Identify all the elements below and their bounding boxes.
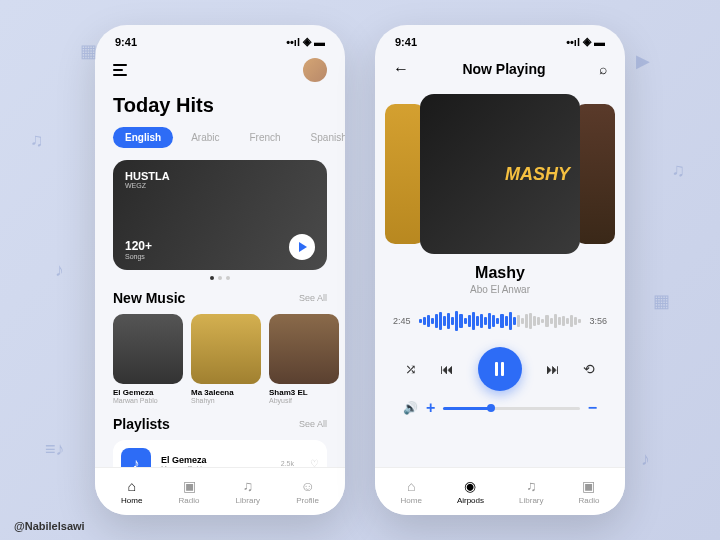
credit: @Nabilelsawi (14, 520, 85, 532)
playlist-card[interactable]: ♪ El Gemeza Marwan Pablo 2.5k ♡ (113, 440, 327, 467)
pause-button[interactable] (478, 347, 522, 391)
album-text: MASHY (505, 164, 570, 185)
tabbar: ⌂Home ▣Radio ♫Library ☺Profile (95, 467, 345, 515)
search-icon[interactable]: ⌕ (599, 61, 607, 77)
plus-icon[interactable]: + (426, 399, 435, 417)
status-bar: 9:41 ••ıl ◈ ▬ (95, 25, 345, 52)
library-icon: ♫ (526, 478, 537, 494)
tab-home[interactable]: ⌂Home (121, 478, 142, 505)
profile-icon: ☺ (300, 478, 314, 494)
next-icon[interactable]: ⏭ (546, 361, 560, 377)
music-card[interactable]: El Gemeza Marwan Pablo (113, 314, 183, 404)
tab-radio[interactable]: ▣Radio (179, 478, 200, 505)
tab-spanish[interactable]: Spanish (299, 127, 345, 148)
new-music-title: New Music (113, 290, 185, 306)
tab-english[interactable]: English (113, 127, 173, 148)
hero-count-label: Songs (125, 253, 152, 260)
back-icon[interactable]: ← (393, 60, 409, 78)
battery-icon: ▬ (314, 36, 325, 48)
tab-home[interactable]: ⌂Home (401, 478, 422, 505)
airpods-icon: ◉ (464, 478, 476, 494)
page-title: Today Hits (113, 94, 327, 117)
album-art[interactable]: MASHY (420, 94, 580, 254)
radio-icon: ▣ (582, 478, 595, 494)
phone-home: 9:41 ••ıl ◈ ▬ Today Hits English Arabic … (95, 25, 345, 515)
song-artist: Abo El Anwar (393, 284, 607, 295)
waveform[interactable] (419, 309, 582, 333)
volume-slider[interactable] (443, 407, 579, 410)
status-icons: ••ıl ◈ ▬ (286, 35, 325, 48)
menu-icon[interactable] (113, 64, 131, 76)
library-icon: ♫ (243, 478, 254, 494)
repeat-icon[interactable]: ⟲ (583, 361, 595, 377)
avatar[interactable] (303, 58, 327, 82)
tabbar: ⌂Home ◉Airpods ♫Library ▣Radio (375, 467, 625, 515)
wifi-icon: ◈ (583, 35, 591, 48)
hero-title: HUSTLA (125, 170, 170, 182)
music-card[interactable]: Ma 3aleena Shahyn (191, 314, 261, 404)
prev-album-art[interactable] (385, 104, 425, 244)
hero-card[interactable]: HUSTLA WEGZ 120+ Songs (113, 160, 327, 270)
phone-player: 9:41 ••ıl ◈ ▬ ← Now Playing ⌕ MASHY Mash… (375, 25, 625, 515)
tab-radio[interactable]: ▣Radio (579, 478, 600, 505)
hero-count: 120+ (125, 239, 152, 253)
radio-icon: ▣ (183, 478, 196, 494)
volume-icon[interactable]: 🔊 (403, 401, 418, 415)
tab-airpods[interactable]: ◉Airpods (457, 478, 484, 505)
hero-artist: WEGZ (125, 182, 170, 189)
shuffle-icon[interactable]: ⤮ (405, 361, 417, 377)
signal-icon: ••ıl (566, 36, 580, 48)
status-icons: ••ıl ◈ ▬ (566, 35, 605, 48)
play-icon[interactable] (289, 234, 315, 260)
status-bar: 9:41 ••ıl ◈ ▬ (375, 25, 625, 52)
status-time: 9:41 (395, 36, 417, 48)
now-playing-title: Now Playing (462, 61, 545, 77)
music-card[interactable]: Sham3 EL Abyusif (269, 314, 339, 404)
see-all-link[interactable]: See All (299, 419, 327, 429)
tab-arabic[interactable]: Arabic (179, 127, 231, 148)
heart-icon[interactable]: ♡ (310, 458, 319, 468)
music-note-icon: ♪ (121, 448, 151, 467)
wifi-icon: ◈ (303, 35, 311, 48)
minus-icon[interactable]: − (588, 399, 597, 417)
tab-french[interactable]: French (237, 127, 292, 148)
playlists-title: Playlists (113, 416, 170, 432)
status-time: 9:41 (115, 36, 137, 48)
see-all-link[interactable]: See All (299, 293, 327, 303)
home-icon: ⌂ (407, 478, 415, 494)
time-total: 3:56 (589, 316, 607, 326)
home-icon: ⌂ (128, 478, 136, 494)
tab-library[interactable]: ♫Library (519, 478, 543, 505)
song-title: Mashy (393, 264, 607, 282)
tab-profile[interactable]: ☺Profile (296, 478, 319, 505)
signal-icon: ••ıl (286, 36, 300, 48)
time-current: 2:45 (393, 316, 411, 326)
prev-icon[interactable]: ⏮ (440, 361, 454, 377)
tab-library[interactable]: ♫Library (236, 478, 260, 505)
next-album-art[interactable] (575, 104, 615, 244)
battery-icon: ▬ (594, 36, 605, 48)
